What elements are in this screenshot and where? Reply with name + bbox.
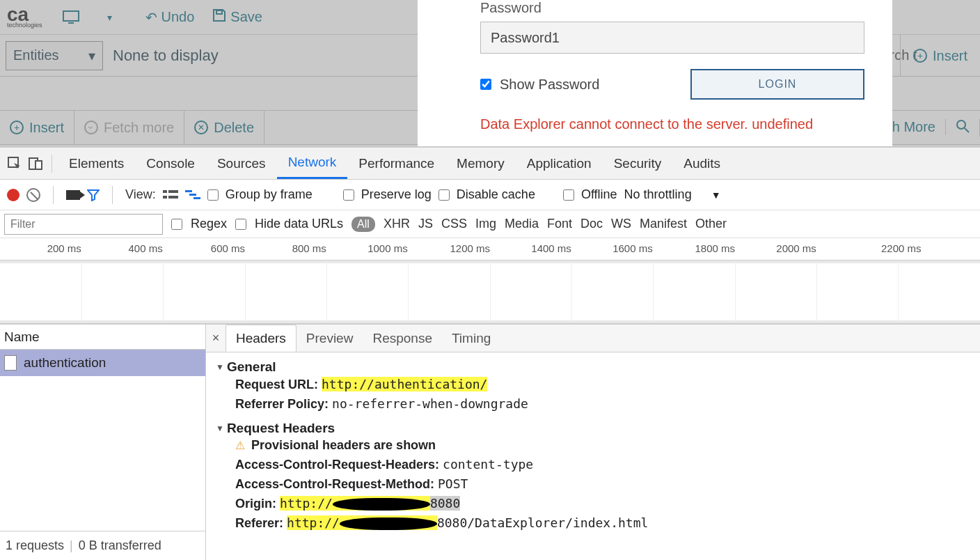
requests-name-header[interactable]: Name — [0, 325, 205, 350]
view-waterfall-icon[interactable] — [185, 189, 200, 201]
tab-memory[interactable]: Memory — [445, 148, 516, 179]
floppy-icon — [212, 8, 226, 26]
filter-type-img[interactable]: Img — [475, 217, 496, 231]
login-modal: Password Show Password LOGIN Data Explor… — [418, 0, 892, 146]
inspect-element-icon[interactable] — [4, 153, 25, 174]
monitor-icon[interactable] — [61, 7, 81, 28]
plus-circle-icon: + — [10, 120, 24, 134]
entities-dropdown[interactable]: Entities▾ — [6, 41, 103, 70]
preserve-log-label: Preserve log — [361, 187, 432, 202]
tab-network[interactable]: Network — [277, 148, 348, 179]
warning-icon: ⚠ — [235, 440, 245, 451]
disable-cache-label: Disable cache — [457, 187, 535, 202]
network-timeline-ruler[interactable]: 200 ms 400 ms 600 ms 800 ms 1000 ms 1200… — [0, 238, 980, 260]
tab-sources[interactable]: Sources — [206, 148, 277, 179]
filter-type-js[interactable]: JS — [418, 217, 433, 231]
svg-rect-2 — [216, 10, 222, 14]
caret-icon: ▾ — [88, 47, 95, 64]
close-detail-icon[interactable]: × — [206, 331, 226, 345]
tab-application[interactable]: Application — [516, 148, 603, 179]
group-by-frame-label: Group by frame — [226, 187, 313, 202]
section-request-headers[interactable]: ▼Request Headers — [216, 421, 970, 436]
throttling-dropdown[interactable]: No throttling — [624, 187, 692, 202]
show-password-checkbox[interactable] — [480, 79, 491, 90]
filter-type-all[interactable]: All — [351, 217, 375, 232]
undo-arrow-icon: ↶ — [145, 9, 157, 26]
chevron-down-icon[interactable]: ▼ — [711, 189, 721, 201]
tab-security[interactable]: Security — [603, 148, 673, 179]
svg-rect-10 — [163, 196, 167, 199]
save-button[interactable]: Save — [205, 6, 269, 29]
filter-input[interactable] — [4, 214, 163, 235]
filter-type-manifest[interactable]: Manifest — [640, 217, 687, 231]
filter-type-other[interactable]: Other — [695, 217, 727, 231]
record-button[interactable] — [7, 189, 19, 201]
filter-type-ws[interactable]: WS — [611, 217, 631, 231]
view-large-icon[interactable] — [163, 189, 178, 201]
search-right-button[interactable] — [946, 119, 980, 137]
kv-origin: Origin: http://8080 — [235, 494, 970, 513]
filter-toggle-icon[interactable] — [87, 189, 100, 201]
device-toggle-icon[interactable] — [25, 153, 46, 174]
x-circle-icon: ✕ — [194, 120, 208, 134]
tab-performance[interactable]: Performance — [347, 148, 445, 179]
kv-ac-req-headers: Access-Control-Request-Headers: content-… — [235, 455, 970, 474]
svg-rect-14 — [193, 197, 200, 199]
group-by-frame-checkbox[interactable] — [207, 189, 219, 201]
preserve-log-checkbox[interactable] — [343, 189, 354, 201]
filter-type-xhr[interactable]: XHR — [384, 217, 410, 231]
triangle-down-icon: ▼ — [216, 362, 224, 372]
show-password-toggle[interactable]: Show Password — [480, 77, 599, 93]
offline-checkbox[interactable] — [563, 189, 574, 201]
svg-rect-0 — [63, 11, 79, 21]
filter-type-font[interactable]: Font — [547, 217, 572, 231]
triangle-down-icon: ▼ — [216, 423, 224, 433]
fetch-more-button[interactable]: › Fetch more — [74, 111, 184, 144]
regex-label: Regex — [191, 217, 227, 231]
password-input[interactable] — [480, 22, 864, 54]
hide-data-urls-label: Hide data URLs — [255, 217, 343, 231]
magnifier-icon — [956, 119, 970, 137]
detail-tab-preview[interactable]: Preview — [297, 325, 363, 352]
svg-rect-9 — [168, 190, 178, 193]
insert-right-button[interactable]: + Insert — [900, 35, 980, 77]
detail-tab-response[interactable]: Response — [363, 325, 442, 352]
detail-tab-timing[interactable]: Timing — [442, 325, 500, 352]
undo-button[interactable]: ↶ Undo — [139, 6, 202, 29]
view-label: View: — [125, 187, 156, 202]
display-status: None to display — [109, 47, 219, 65]
section-general[interactable]: ▼General — [216, 359, 970, 375]
tab-console[interactable]: Console — [135, 148, 206, 179]
kv-request-url: Request URL: http://authentication/ — [235, 375, 970, 394]
svg-line-4 — [965, 128, 969, 132]
svg-rect-13 — [189, 194, 196, 196]
chevron-down-icon[interactable]: ▾ — [100, 7, 120, 28]
detail-tab-headers[interactable]: Headers — [226, 325, 297, 352]
login-button[interactable]: LOGIN — [690, 69, 864, 100]
regex-checkbox[interactable] — [171, 219, 182, 230]
provisional-warning: ⚠ Provisional headers are shown — [235, 436, 970, 455]
svg-rect-8 — [163, 190, 167, 193]
filter-type-css[interactable]: CSS — [441, 217, 467, 231]
svg-rect-11 — [168, 196, 178, 199]
tab-elements[interactable]: Elements — [58, 148, 135, 179]
requests-summary: 1 requests | 0 B transferred — [0, 531, 205, 560]
filter-type-doc[interactable]: Doc — [580, 217, 603, 231]
kv-referrer-policy: Referrer Policy: no-referrer-when-downgr… — [235, 394, 970, 414]
svg-point-3 — [957, 120, 965, 129]
clear-button[interactable] — [26, 188, 40, 202]
request-row-authentication[interactable]: authentication — [0, 350, 205, 376]
fetch-icon: › — [84, 120, 98, 134]
password-label: Password — [480, 0, 864, 16]
insert-button[interactable]: + Insert — [0, 111, 74, 144]
login-error-message: Data Explorer cannot connect to the serv… — [480, 116, 864, 132]
kv-ac-req-method: Access-Control-Request-Method: POST — [235, 474, 970, 494]
filter-type-media[interactable]: Media — [505, 217, 539, 231]
hide-data-urls-checkbox[interactable] — [235, 219, 246, 230]
tab-audits[interactable]: Audits — [672, 148, 732, 179]
svg-rect-1 — [68, 22, 74, 24]
disable-cache-checkbox[interactable] — [438, 189, 450, 201]
screenshot-icon[interactable] — [66, 190, 80, 200]
network-waterfall[interactable] — [0, 260, 980, 325]
delete-button[interactable]: ✕ Delete — [184, 111, 264, 144]
